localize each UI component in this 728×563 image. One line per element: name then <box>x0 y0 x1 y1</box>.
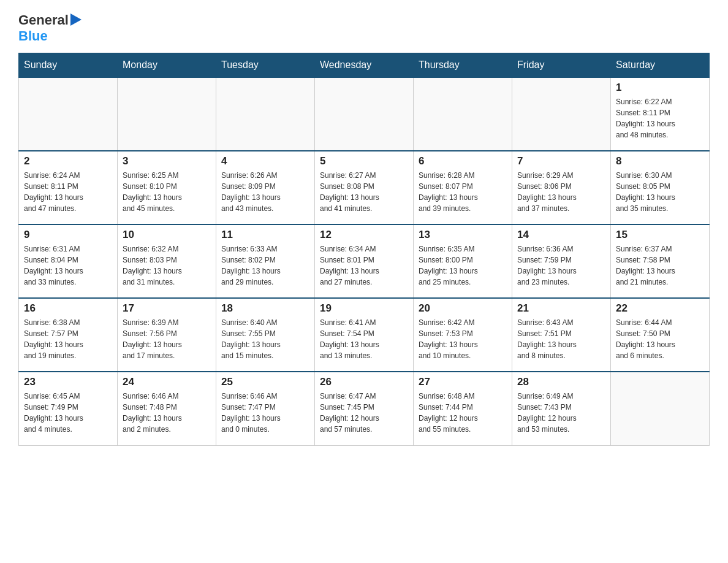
day-number: 16 <box>24 302 112 315</box>
day-number: 20 <box>419 302 507 315</box>
day-number: 6 <box>419 155 507 167</box>
calendar-cell: 11Sunrise: 6:33 AM Sunset: 8:02 PM Dayli… <box>216 224 315 298</box>
weekday-header-monday: Monday <box>118 53 216 78</box>
calendar-week-4: 16Sunrise: 6:38 AM Sunset: 7:57 PM Dayli… <box>19 298 710 372</box>
day-info: Sunrise: 6:36 AM Sunset: 7:59 PM Dayligh… <box>517 243 605 288</box>
day-info: Sunrise: 6:44 AM Sunset: 7:50 PM Dayligh… <box>616 317 704 361</box>
weekday-header-thursday: Thursday <box>414 53 512 78</box>
logo-text-general: General <box>18 12 69 28</box>
day-info: Sunrise: 6:37 AM Sunset: 7:58 PM Dayligh… <box>616 243 704 288</box>
day-number: 19 <box>320 302 408 315</box>
day-info: Sunrise: 6:25 AM Sunset: 8:10 PM Dayligh… <box>123 170 211 214</box>
day-number: 26 <box>320 376 408 388</box>
calendar-cell <box>216 77 315 151</box>
calendar-cell: 6Sunrise: 6:28 AM Sunset: 8:07 PM Daylig… <box>414 151 512 224</box>
calendar-cell: 23Sunrise: 6:45 AM Sunset: 7:49 PM Dayli… <box>19 372 118 445</box>
day-info: Sunrise: 6:29 AM Sunset: 8:06 PM Dayligh… <box>517 170 605 214</box>
day-info: Sunrise: 6:26 AM Sunset: 8:09 PM Dayligh… <box>221 170 309 214</box>
calendar-cell <box>414 77 512 151</box>
calendar-week-2: 2Sunrise: 6:24 AM Sunset: 8:11 PM Daylig… <box>19 151 710 224</box>
calendar-cell: 13Sunrise: 6:35 AM Sunset: 8:00 PM Dayli… <box>414 224 512 298</box>
day-number: 8 <box>616 155 704 167</box>
day-info: Sunrise: 6:34 AM Sunset: 8:01 PM Dayligh… <box>320 243 408 288</box>
day-info: Sunrise: 6:32 AM Sunset: 8:03 PM Dayligh… <box>123 243 211 288</box>
day-info: Sunrise: 6:45 AM Sunset: 7:49 PM Dayligh… <box>24 391 112 435</box>
calendar-table: SundayMondayTuesdayWednesdayThursdayFrid… <box>18 53 710 446</box>
calendar-cell: 5Sunrise: 6:27 AM Sunset: 8:08 PM Daylig… <box>315 151 414 224</box>
calendar-cell <box>512 77 611 151</box>
day-info: Sunrise: 6:39 AM Sunset: 7:56 PM Dayligh… <box>123 317 211 361</box>
calendar-cell: 19Sunrise: 6:41 AM Sunset: 7:54 PM Dayli… <box>315 298 414 372</box>
calendar-cell: 1Sunrise: 6:22 AM Sunset: 8:11 PM Daylig… <box>611 77 710 151</box>
calendar-cell: 27Sunrise: 6:48 AM Sunset: 7:44 PM Dayli… <box>414 372 512 445</box>
day-info: Sunrise: 6:33 AM Sunset: 8:02 PM Dayligh… <box>221 243 309 288</box>
calendar-week-1: 1Sunrise: 6:22 AM Sunset: 8:11 PM Daylig… <box>19 77 710 151</box>
calendar-cell <box>118 77 216 151</box>
calendar-week-3: 9Sunrise: 6:31 AM Sunset: 8:04 PM Daylig… <box>19 224 710 298</box>
calendar-cell: 16Sunrise: 6:38 AM Sunset: 7:57 PM Dayli… <box>19 298 118 372</box>
calendar-cell: 14Sunrise: 6:36 AM Sunset: 7:59 PM Dayli… <box>512 224 611 298</box>
day-number: 23 <box>24 376 112 388</box>
day-number: 9 <box>24 229 112 241</box>
day-number: 27 <box>419 376 507 388</box>
day-info: Sunrise: 6:30 AM Sunset: 8:05 PM Dayligh… <box>616 170 704 214</box>
day-number: 18 <box>221 302 309 315</box>
day-number: 15 <box>616 229 704 241</box>
day-info: Sunrise: 6:43 AM Sunset: 7:51 PM Dayligh… <box>517 317 605 361</box>
day-info: Sunrise: 6:24 AM Sunset: 8:11 PM Dayligh… <box>24 170 112 214</box>
calendar-cell: 2Sunrise: 6:24 AM Sunset: 8:11 PM Daylig… <box>19 151 118 224</box>
calendar-cell: 9Sunrise: 6:31 AM Sunset: 8:04 PM Daylig… <box>19 224 118 298</box>
calendar-cell: 7Sunrise: 6:29 AM Sunset: 8:06 PM Daylig… <box>512 151 611 224</box>
calendar-cell: 21Sunrise: 6:43 AM Sunset: 7:51 PM Dayli… <box>512 298 611 372</box>
calendar-cell: 20Sunrise: 6:42 AM Sunset: 7:53 PM Dayli… <box>414 298 512 372</box>
calendar-header-row: SundayMondayTuesdayWednesdayThursdayFrid… <box>19 53 710 78</box>
day-info: Sunrise: 6:38 AM Sunset: 7:57 PM Dayligh… <box>24 317 112 361</box>
page-header: General Blue <box>18 12 710 44</box>
calendar-cell: 4Sunrise: 6:26 AM Sunset: 8:09 PM Daylig… <box>216 151 315 224</box>
day-info: Sunrise: 6:46 AM Sunset: 7:47 PM Dayligh… <box>221 391 309 435</box>
day-number: 14 <box>517 229 605 241</box>
calendar-cell: 10Sunrise: 6:32 AM Sunset: 8:03 PM Dayli… <box>118 224 216 298</box>
day-number: 28 <box>517 376 605 388</box>
calendar-cell: 22Sunrise: 6:44 AM Sunset: 7:50 PM Dayli… <box>611 298 710 372</box>
day-info: Sunrise: 6:40 AM Sunset: 7:55 PM Dayligh… <box>221 317 309 361</box>
calendar-cell: 15Sunrise: 6:37 AM Sunset: 7:58 PM Dayli… <box>611 224 710 298</box>
day-info: Sunrise: 6:35 AM Sunset: 8:00 PM Dayligh… <box>419 243 507 288</box>
calendar-cell: 3Sunrise: 6:25 AM Sunset: 8:10 PM Daylig… <box>118 151 216 224</box>
calendar-cell: 12Sunrise: 6:34 AM Sunset: 8:01 PM Dayli… <box>315 224 414 298</box>
day-number: 24 <box>123 376 211 388</box>
day-info: Sunrise: 6:46 AM Sunset: 7:48 PM Dayligh… <box>123 391 211 435</box>
calendar-cell: 18Sunrise: 6:40 AM Sunset: 7:55 PM Dayli… <box>216 298 315 372</box>
day-number: 4 <box>221 155 309 167</box>
calendar-cell <box>611 372 710 445</box>
calendar-cell: 8Sunrise: 6:30 AM Sunset: 8:05 PM Daylig… <box>611 151 710 224</box>
calendar-week-5: 23Sunrise: 6:45 AM Sunset: 7:49 PM Dayli… <box>19 372 710 445</box>
day-number: 7 <box>517 155 605 167</box>
day-number: 22 <box>616 302 704 315</box>
day-info: Sunrise: 6:42 AM Sunset: 7:53 PM Dayligh… <box>419 317 507 361</box>
logo-text-blue: Blue <box>18 28 48 44</box>
day-info: Sunrise: 6:49 AM Sunset: 7:43 PM Dayligh… <box>517 391 605 435</box>
calendar-cell: 26Sunrise: 6:47 AM Sunset: 7:45 PM Dayli… <box>315 372 414 445</box>
day-info: Sunrise: 6:41 AM Sunset: 7:54 PM Dayligh… <box>320 317 408 361</box>
day-number: 12 <box>320 229 408 241</box>
calendar-cell: 17Sunrise: 6:39 AM Sunset: 7:56 PM Dayli… <box>118 298 216 372</box>
day-info: Sunrise: 6:48 AM Sunset: 7:44 PM Dayligh… <box>419 391 507 435</box>
day-number: 21 <box>517 302 605 315</box>
day-number: 5 <box>320 155 408 167</box>
day-number: 17 <box>123 302 211 315</box>
day-number: 11 <box>221 229 309 241</box>
day-number: 2 <box>24 155 112 167</box>
day-info: Sunrise: 6:47 AM Sunset: 7:45 PM Dayligh… <box>320 391 408 435</box>
weekday-header-saturday: Saturday <box>611 53 710 78</box>
weekday-header-friday: Friday <box>512 53 611 78</box>
day-number: 13 <box>419 229 507 241</box>
day-info: Sunrise: 6:22 AM Sunset: 8:11 PM Dayligh… <box>616 96 704 140</box>
logo-arrow-icon <box>70 13 82 26</box>
logo: General Blue <box>18 12 82 44</box>
calendar-cell: 25Sunrise: 6:46 AM Sunset: 7:47 PM Dayli… <box>216 372 315 445</box>
day-info: Sunrise: 6:27 AM Sunset: 8:08 PM Dayligh… <box>320 170 408 214</box>
calendar-cell <box>315 77 414 151</box>
weekday-header-tuesday: Tuesday <box>216 53 315 78</box>
day-number: 3 <box>123 155 211 167</box>
